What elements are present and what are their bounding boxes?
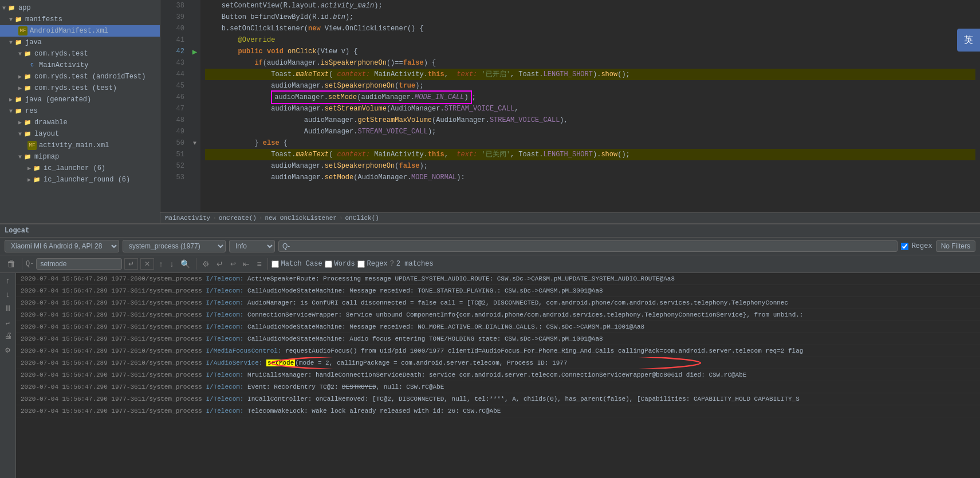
code-line-43: if(audioManager.isSpeakerphoneOn()==fals… — [205, 57, 975, 69]
code-area: 38 39 40 41 42 43 44 45 46 47 48 49 50 5… — [160, 0, 980, 223]
folder-icon-drawable: 📁 — [23, 118, 32, 127]
enter-icon[interactable]: ↵ — [124, 258, 138, 270]
xml-icon-activity: MF — [27, 141, 37, 150]
gutter: ▶ ▼ — [189, 0, 200, 212]
tree-item-androidtest[interactable]: ▶ 📁 com.ryds.test (androidTest) — [0, 71, 160, 82]
regex-checkbox[interactable] — [901, 243, 908, 250]
soft-wrap-button[interactable]: ↵ — [214, 258, 226, 270]
tree-item-res[interactable]: ▼ 📁 res — [0, 105, 160, 117]
tree-label-com: com.ryds.test — [34, 50, 88, 58]
log-row-3: 2020-07-04 15:56:47.289 1977-3611/system… — [16, 309, 980, 321]
separator-2 — [196, 258, 196, 270]
next-match-button[interactable]: ↓ — [167, 258, 176, 270]
no-filters-button[interactable]: No Filters — [936, 240, 975, 252]
log-content[interactable]: 2020-07-04 15:56:47.289 1977-2600/system… — [16, 273, 980, 478]
clear-search-button[interactable]: ✕ — [140, 258, 154, 270]
folder-icon-ic-round: 📁 — [32, 175, 41, 184]
tree-item-java-generated[interactable]: ▶ 📁 java (generated) — [0, 94, 160, 105]
tree-item-mipmap[interactable]: ▼ 📁 mipmap — [0, 151, 160, 163]
breadcrumb-onclick[interactable]: onClick() — [345, 215, 379, 222]
main-layout: ▼ 📁 app ▼ 📁 manifests MF AndroidManifest… — [0, 0, 980, 478]
folder-icon-ic: 📁 — [32, 164, 41, 173]
top-area: ▼ 📁 app ▼ 📁 manifests MF AndroidManifest… — [0, 0, 980, 223]
search-input[interactable] — [36, 258, 122, 270]
folder-icon-java-gen: 📁 — [14, 95, 23, 104]
folder-icon-java: 📁 — [14, 38, 23, 47]
pause-button[interactable]: ⏸ — [2, 303, 14, 314]
folder-icon-res: 📁 — [14, 106, 23, 116]
tree-label-layout: layout — [34, 130, 59, 138]
log-row-9: 2020-07-04 15:56:47.290 1977-3611/system… — [16, 381, 980, 393]
settings-icon-left[interactable]: ⚙ — [2, 344, 14, 355]
folder-icon-test: 📁 — [23, 84, 32, 93]
language-button[interactable]: 英 — [957, 29, 980, 52]
tree-item-com-ryds-test[interactable]: ▼ 📁 com.ryds.test — [0, 48, 160, 60]
level-select[interactable]: Info — [229, 240, 275, 252]
code-content[interactable]: setContentView(R.layout.activity_main); … — [200, 0, 980, 212]
filter-button[interactable]: ≡ — [254, 258, 263, 270]
folder-icon-app: 📁 — [7, 3, 16, 13]
log-row-1: 2020-07-04 15:56:47.289 1977-3611/system… — [16, 285, 980, 297]
clear-logcat-button[interactable]: 🗑 — [5, 258, 18, 270]
tree-item-ic-launcher-round[interactable]: ▶ 📁 ic_launcher_round (6) — [0, 174, 160, 185]
tree-label-drawable: drawable — [34, 118, 68, 127]
separator-1 — [22, 258, 22, 270]
prev-match-button[interactable]: ↑ — [156, 258, 165, 270]
export-button[interactable]: ⇤ — [241, 258, 252, 270]
expand-arrow-mipmap: ▼ — [18, 154, 22, 160]
file-tree: ▼ 📁 app ▼ 📁 manifests MF AndroidManifest… — [0, 0, 160, 223]
tree-item-java[interactable]: ▼ 📁 java — [0, 37, 160, 48]
tree-item-app[interactable]: ▼ 📁 app — [0, 2, 160, 14]
help-icon: ? — [390, 260, 394, 268]
tree-item-ic-launcher[interactable]: ▶ 📁 ic_launcher (6) — [0, 163, 160, 174]
tree-item-manifests[interactable]: ▼ 📁 manifests — [0, 14, 160, 25]
device-select[interactable]: Xiaomi MI 6 Android 9, API 28 — [5, 240, 119, 252]
words-label: Words — [334, 260, 355, 268]
scroll-to-top-button[interactable]: ↑ — [2, 275, 14, 287]
tree-item-activity-main[interactable]: MF activity_main.xml — [0, 140, 160, 151]
code-line-53: audioManager.setMode(AudioManager.MODE_N… — [205, 172, 975, 183]
filter-search-input[interactable] — [278, 240, 898, 252]
hard-wrap-button[interactable]: ↩ — [228, 259, 238, 269]
tree-label-java-gen: java (generated) — [25, 96, 91, 104]
tree-label-app: app — [18, 4, 31, 12]
filter-settings-button[interactable]: ⚙ — [200, 258, 212, 270]
line-numbers: 38 39 40 41 42 43 44 45 46 47 48 49 50 5… — [160, 0, 189, 212]
words-checkbox[interactable] — [325, 260, 332, 268]
breadcrumb-onclicklistener[interactable]: new OnClickListener — [265, 215, 336, 222]
tree-label-mipmap: mipmap — [34, 153, 59, 161]
expand-arrow-manifests: ▼ — [9, 17, 13, 23]
print-icon[interactable]: 🖨 — [2, 330, 14, 342]
tree-item-drawable[interactable]: ▶ 📁 drawable — [0, 117, 160, 128]
breadcrumb-mainactivity[interactable]: MainActivity — [165, 215, 210, 222]
regex-checkbox-label: Regex — [912, 242, 932, 250]
tree-label-ic-launcher: ic_launcher (6) — [44, 164, 105, 172]
log-row-setmode: 2020-07-04 15:56:47.289 1977-2610/system… — [16, 357, 980, 369]
tree-label-manifest: AndroidManifest.xml — [30, 27, 108, 35]
tree-item-layout[interactable]: ▼ 📁 layout — [0, 128, 160, 140]
tree-label-manifests: manifests — [25, 15, 62, 23]
xml-icon-manifest: MF — [18, 26, 27, 35]
matches-count: 2 matches — [396, 260, 434, 268]
tree-item-mainactivity[interactable]: C MainActivity — [0, 60, 160, 71]
tree-label-androidtest: com.ryds.test (androidTest) — [34, 73, 145, 81]
tree-item-test[interactable]: ▶ 📁 com.ryds.test (test) — [0, 82, 160, 94]
tree-label-mainactivity: MainActivity — [39, 61, 88, 69]
breadcrumb: MainActivity › onCreate() › new OnClickL… — [160, 212, 980, 223]
soft-wrap-icon[interactable]: ↵ — [2, 317, 14, 328]
folder-icon-layout: 📁 — [23, 129, 32, 139]
match-case-checkbox[interactable] — [271, 260, 279, 268]
regex-search-label: Regex — [367, 260, 388, 268]
magnify-button[interactable]: 🔍 — [178, 258, 192, 270]
breadcrumb-oncreate[interactable]: onCreate() — [219, 215, 257, 222]
logcat-section: Logcat Xiaomi MI 6 Android 9, API 28 sys… — [0, 223, 980, 478]
log-row-2: 2020-07-04 15:56:47.289 1977-3611/system… — [16, 297, 980, 309]
scroll-to-bottom-button[interactable]: ↓ — [2, 289, 14, 301]
expand-arrow-layout: ▼ — [18, 131, 22, 137]
regex-search-checkbox[interactable] — [357, 260, 365, 268]
folder-icon-manifests: 📁 — [14, 15, 23, 24]
code-line-45: audioManager.setSpeakerphoneOn(true); — [205, 80, 975, 92]
code-line-52: audioManager.setSpeakerphoneOn(false); — [205, 160, 975, 172]
tree-item-androidmanifest[interactable]: MF AndroidManifest.xml — [0, 25, 160, 37]
process-select[interactable]: system_process (1977) — [123, 240, 226, 252]
